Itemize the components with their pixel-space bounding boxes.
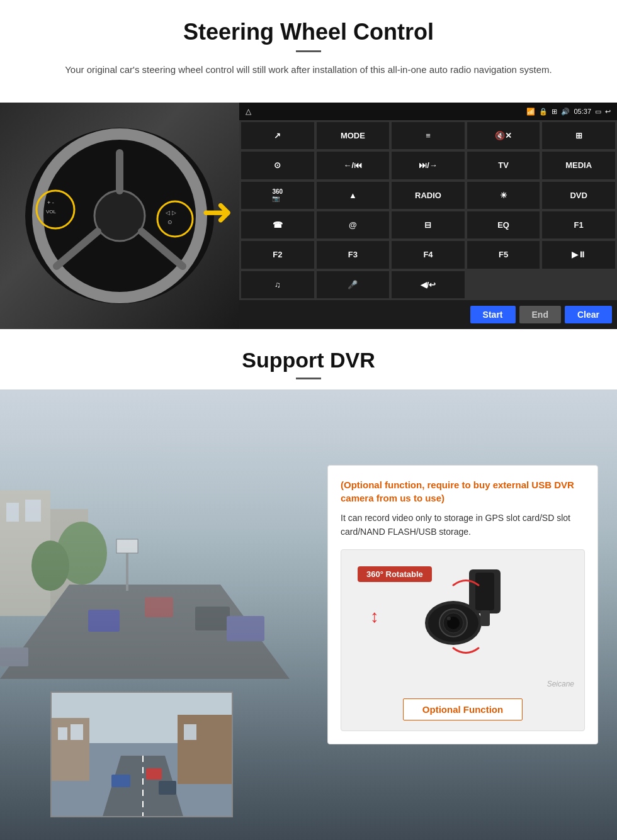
menu-button[interactable]: ≡ [391,121,465,150]
tv-button[interactable]: TV [467,151,541,179]
f5-button[interactable]: F5 [467,240,541,269]
status-left: △ [246,107,251,116]
end-button[interactable]: End [519,306,561,323]
prev-button[interactable]: ←/⏮ [316,151,390,179]
svg-rect-47 [116,539,138,553]
camera-box: 360° Rotatable [341,549,585,731]
wifi-icon: 📶 [526,108,535,116]
dvd-button[interactable]: DVD [541,181,616,210]
next-button[interactable]: ⏭/→ [391,151,465,179]
android-status-bar: △ 📶 🔒 ⊞ 🔊 05:37 ▭ ↩ [239,103,617,120]
clear-button[interactable]: Clear [565,306,612,323]
svg-rect-44 [227,616,264,641]
dvr-title: Support DVR [25,348,592,372]
support-dvr-section: Support DVR [0,329,617,840]
phone-button[interactable]: ☎ [241,211,315,239]
svg-rect-22 [146,768,162,780]
brightness-button[interactable]: ☀ [467,181,541,210]
action-bar: Start End Clear [239,300,617,329]
android-ui-panel: △ 📶 🔒 ⊞ 🔊 05:37 ▭ ↩ ↗ MODE ≡ 🔇✕ ⊞ ⊙ ←/⏮ … [239,103,617,329]
camera-illustration-area: 360° Rotatable [351,560,574,673]
steering-wheel-photo: + - VOL ◁ ▷ ⊙ ➜ [0,103,239,329]
status-right: 📶 🔒 ⊞ 🔊 05:37 ▭ ↩ [526,108,611,116]
dvr-background: (Optional function, require to buy exter… [0,389,617,840]
eq-button[interactable]: EQ [467,211,541,239]
f3-button[interactable]: F3 [316,240,390,269]
svg-rect-32 [480,610,490,626]
back2-button[interactable]: ◀/↩ [391,271,465,299]
radio-button[interactable]: RADIO [391,181,465,210]
f4-button[interactable]: F4 [391,240,465,269]
lock-icon: 🔒 [539,108,548,116]
svg-rect-36 [25,500,41,522]
svg-text:+ -: + - [47,199,54,206]
dvr-info-card: (Optional function, require to buy exter… [327,465,598,744]
title-divider [296,50,321,52]
svg-rect-25 [475,573,494,610]
f2-button[interactable]: F2 [241,240,315,269]
music-button[interactable]: ♫ [241,271,315,299]
optional-function-button[interactable]: Optional Function [403,698,523,720]
home-icon: △ [246,107,251,116]
mic-button[interactable]: 🎤 [316,271,390,299]
svg-text:◁ ▷: ◁ ▷ [166,210,176,216]
steering-description: Your original car's steering wheel contr… [63,62,554,77]
nav-button[interactable]: ↗ [241,121,315,150]
f1-button[interactable]: F1 [541,211,616,239]
badge-360: 360° Rotatable [358,566,432,582]
yellow-arrow-icon: ➜ [201,189,233,233]
screen2-button[interactable]: ⊟ [391,211,465,239]
svg-rect-35 [6,503,19,522]
steering-wheel-section: Steering Wheel Control Your original car… [0,0,617,103]
svg-rect-43 [195,607,230,630]
svg-rect-21 [111,775,130,787]
svg-point-31 [447,617,451,620]
dvr-description: It can record video only to storage in G… [341,511,585,539]
svg-point-39 [31,540,69,591]
start-button[interactable]: Start [470,306,516,323]
grid-button[interactable]: ⊞ [541,121,616,150]
dvr-title-area: Support DVR [0,329,617,389]
steering-ui-container: + - VOL ◁ ▷ ⊙ ➜ △ 📶 🔒 ⊞ 🔊 05:37 ▭ ↩ [0,103,617,329]
street-scene-svg [0,427,290,742]
settings-button[interactable]: ⊙ [241,151,315,179]
svg-rect-23 [159,781,176,795]
cam360-button[interactable]: 360📷 [241,181,315,210]
mode-button[interactable]: MODE [316,121,390,150]
rotation-arrow-icon: ↕ [370,607,379,627]
internet-button[interactable]: @ [316,211,390,239]
steering-title: Steering Wheel Control [25,19,592,45]
svg-rect-45 [0,647,28,666]
dvr-divider [296,378,321,379]
svg-text:VOL: VOL [46,209,57,215]
svg-text:⊙: ⊙ [167,219,173,225]
eject-button[interactable]: ▲ [316,181,390,210]
grid-icon: ⊞ [552,108,557,116]
mute-button[interactable]: 🔇✕ [467,121,541,150]
svg-point-2 [94,191,145,241]
svg-rect-41 [88,610,120,632]
optional-function-title: (Optional function, require to buy exter… [341,478,585,505]
time-display: 05:37 [574,108,591,115]
svg-rect-42 [145,597,173,617]
screen-icon: ▭ [595,108,601,116]
media-button[interactable]: MEDIA [541,151,616,179]
steering-wheel-svg: + - VOL ◁ ▷ ⊙ [19,121,220,310]
watermark: Seicane [351,680,574,688]
sound-icon: 🔊 [561,108,570,116]
back-icon: ↩ [605,108,611,116]
playpause-button[interactable]: ▶⏸ [541,240,616,269]
control-button-grid: ↗ MODE ≡ 🔇✕ ⊞ ⊙ ←/⏮ ⏭/→ TV MEDIA 360📷 ▲ … [239,120,617,300]
